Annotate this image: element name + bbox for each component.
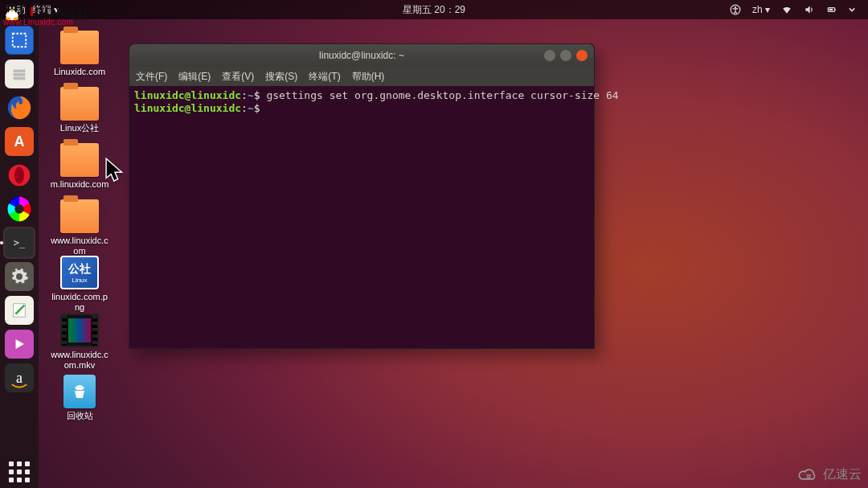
terminal-line: linuxidc@linuxidc:~$ gsettings set org.g… xyxy=(134,89,589,102)
volume-icon[interactable] xyxy=(804,4,815,15)
folder-icon xyxy=(60,87,99,121)
svg-point-13 xyxy=(14,204,23,213)
desktop-item-label: www.linuxidc.com.mkv xyxy=(50,350,109,371)
desktop-item-label: Linuxidc.com xyxy=(50,67,109,77)
folder-icon xyxy=(60,143,99,177)
dock-amazon-app[interactable]: a xyxy=(3,362,35,394)
desktop-folder[interactable]: m.linuxidc.com xyxy=(50,143,109,190)
image-file-icon: 公社 Linux xyxy=(60,256,99,289)
terminal-menubar: 文件(F) 编辑(E) 查看(V) 搜索(S) 终端(T) 帮助(H) xyxy=(129,67,594,86)
folder-icon xyxy=(60,31,99,64)
svg-rect-5 xyxy=(13,34,27,47)
network-wifi-icon[interactable] xyxy=(781,4,792,15)
terminal-line: linuxidc@linuxidc:~$ xyxy=(134,102,589,115)
dock-screenshot-app[interactable] xyxy=(3,24,35,56)
window-minimize-button[interactable] xyxy=(544,50,555,61)
svg-rect-6 xyxy=(14,70,26,73)
dock-software-center-app[interactable]: A xyxy=(3,125,35,158)
desktop-item-label: m.linuxidc.com xyxy=(50,179,109,190)
svg-point-1 xyxy=(735,6,736,8)
window-title: linuxidc@linuxidc: ~ xyxy=(319,50,404,61)
system-menu-chevron-icon[interactable] xyxy=(849,4,855,15)
dock-media-player-app[interactable] xyxy=(3,328,35,360)
terminal-body[interactable]: linuxidc@linuxidc:~$ gsettings set org.g… xyxy=(129,86,594,348)
dock-files-app[interactable] xyxy=(3,58,35,90)
show-applications-button[interactable] xyxy=(3,456,35,488)
svg-rect-7 xyxy=(14,73,26,76)
activities-button[interactable]: 活动 xyxy=(6,3,26,17)
menu-help[interactable]: 帮助(H) xyxy=(352,70,385,84)
menu-search[interactable]: 搜索(S) xyxy=(265,70,297,84)
input-source-indicator[interactable]: zh ▾ xyxy=(752,4,770,15)
top-panel: 活动 终端 ▾ 星期五 20：29 zh ▾ xyxy=(0,0,868,19)
menu-view[interactable]: 查看(V) xyxy=(222,70,254,84)
clock[interactable]: 星期五 20：29 xyxy=(403,3,465,17)
desktop-image-file[interactable]: 公社 Linux linuxidc.com.png xyxy=(50,256,109,313)
desktop-item-label: 回收站 xyxy=(50,411,109,421)
menu-edit[interactable]: 编辑(E) xyxy=(178,70,211,84)
dock-terminal-app[interactable]: >_ xyxy=(3,227,35,259)
desktop-folder[interactable]: Linuxidc.com xyxy=(50,31,109,77)
video-file-icon xyxy=(60,314,99,347)
desktop-video-file[interactable]: www.linuxidc.com.mkv xyxy=(50,314,109,371)
svg-rect-3 xyxy=(835,9,836,10)
dock-color-picker-app[interactable] xyxy=(3,193,35,225)
desktop-item-label: linuxidc.com.png xyxy=(50,292,109,313)
folder-icon xyxy=(60,199,99,233)
battery-icon[interactable] xyxy=(826,4,837,15)
window-titlebar[interactable]: linuxidc@linuxidc: ~ xyxy=(129,44,594,67)
mouse-cursor-icon xyxy=(104,158,125,188)
dock: A >_ a xyxy=(0,19,39,488)
desktop-trash[interactable]: 回收站 xyxy=(50,375,109,421)
desktop-item-label: Linux公社 xyxy=(50,123,109,133)
window-maximize-button[interactable] xyxy=(560,50,571,61)
trash-icon xyxy=(63,375,96,408)
menu-file[interactable]: 文件(F) xyxy=(136,70,167,84)
app-menu[interactable]: 终端 ▾ xyxy=(32,3,59,17)
window-close-button[interactable] xyxy=(576,50,588,61)
a11y-icon[interactable] xyxy=(730,4,741,15)
dock-gedit-app[interactable] xyxy=(3,294,35,326)
desktop-item-label: www.linuxidc.com xyxy=(50,236,109,256)
desktop-folder[interactable]: Linux公社 xyxy=(50,87,109,133)
dock-firefox-app[interactable] xyxy=(3,92,35,124)
desktop-folder[interactable]: www.linuxidc.com xyxy=(50,199,109,256)
svg-point-11 xyxy=(14,166,24,183)
menu-terminal[interactable]: 终端(T) xyxy=(309,70,340,84)
svg-rect-8 xyxy=(14,77,26,80)
terminal-window[interactable]: linuxidc@linuxidc: ~ 文件(F) 编辑(E) 查看(V) 搜… xyxy=(129,43,595,349)
svg-rect-4 xyxy=(829,9,833,10)
dock-opera-app[interactable] xyxy=(3,159,35,191)
dock-settings-app[interactable] xyxy=(3,260,35,293)
